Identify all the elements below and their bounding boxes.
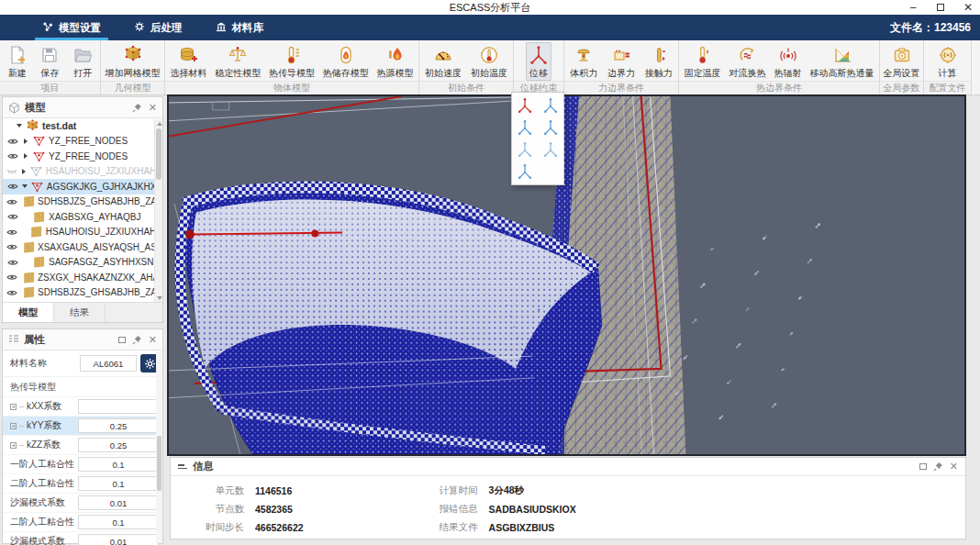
tree-item[interactable]: YZ_FREE_NODES [3, 134, 162, 150]
toolbar-button-热传导模型[interactable]: 热传导模型 [267, 42, 317, 81]
tree-item[interactable]: SAGFASGZ_ASYHHXSN [3, 255, 162, 271]
tree-tab-模型[interactable]: 模型 [3, 303, 54, 322]
property-value-input[interactable] [78, 399, 159, 414]
scrollbar-thumb[interactable] [157, 436, 161, 491]
triad-option-2[interactable] [538, 95, 563, 117]
toolbar-button-初始温度[interactable]: 初始温度 [469, 42, 509, 81]
toolbar-button-增加网格模型[interactable]: 增加网格模型 [104, 42, 162, 81]
property-value-input[interactable] [78, 515, 159, 529]
tree-tab-结果[interactable]: 结果 [54, 303, 106, 322]
toolbar-button-新建[interactable]: 新建 [5, 42, 30, 81]
chevron-right-icon[interactable] [22, 139, 29, 144]
eye-open-icon[interactable] [6, 138, 19, 145]
toolbar-button-全局设置[interactable]: 全局设置 [882, 42, 922, 81]
eye-open-icon[interactable] [6, 289, 17, 296]
displacement-dropdown [511, 92, 564, 185]
eye-open-icon[interactable] [6, 152, 19, 160]
toolbar-button-移动高斯热通量[interactable]: 移动高斯热通量 [808, 42, 876, 81]
tree-item[interactable]: SDHSBJZS_GHSABJHB_ZAHU [3, 195, 162, 210]
eye-open-icon[interactable] [6, 198, 17, 206]
property-value-input[interactable] [78, 495, 159, 510]
toolbar-button-初始速度[interactable]: 初始速度 [423, 42, 463, 81]
close-icon[interactable]: ✕ [149, 334, 157, 346]
triad-option-5[interactable] [512, 139, 538, 161]
expand-box-icon[interactable] [10, 442, 17, 449]
triad-option-4[interactable] [538, 117, 563, 139]
fixed-temperature-icon [692, 44, 714, 66]
scrollbar-thumb[interactable] [156, 128, 161, 180]
toolbar-button-热储存模型[interactable]: 热储存模型 [321, 42, 371, 81]
property-value-input[interactable] [78, 418, 159, 433]
pin-icon[interactable] [933, 462, 943, 472]
heat-storage-icon [335, 44, 357, 66]
toolbar-button-计算[interactable]: 计算 [935, 42, 961, 81]
triad-option-7[interactable] [512, 161, 538, 183]
tree-item[interactable]: AGSGKJKG_GJHXAJKHXA [3, 179, 162, 195]
tab-后处理[interactable]: 后处理 [117, 15, 199, 40]
chevron-down-icon[interactable] [21, 184, 28, 188]
triad-option-6[interactable] [538, 139, 563, 161]
tree-scrollbar[interactable] [154, 119, 162, 303]
tree-root-item[interactable]: test.dat [3, 118, 162, 134]
eye-open-icon[interactable] [6, 213, 19, 220]
chevron-right-icon[interactable] [21, 169, 28, 174]
tab-材料库[interactable]: 材料库 [199, 15, 281, 40]
property-row: 一阶人工粘合性 [3, 454, 162, 473]
tree-item[interactable]: HSAUHOISU_JZXIUXHAHX [3, 164, 162, 180]
tree-item[interactable]: XSAXGAUS_AISYAQSH_ASHX [3, 239, 162, 255]
toolbar-button-热辐射[interactable]: 热辐射 [773, 42, 804, 81]
tree-item[interactable]: ZSXGX_HSAKAZNZXK_AHASX [3, 270, 162, 285]
pin-icon[interactable] [132, 103, 142, 113]
properties-scrollbar[interactable] [156, 351, 162, 543]
eye-open-icon[interactable] [6, 228, 18, 236]
toolbar-button-接触力[interactable]: 接触力 [643, 42, 674, 81]
expand-box-icon[interactable] [10, 404, 17, 410]
maximize-icon[interactable] [919, 463, 927, 470]
property-value-input[interactable] [78, 534, 159, 545]
property-value-input[interactable] [78, 457, 159, 472]
tree-item[interactable]: XAGBSXG_AYHAQBJ [3, 209, 162, 225]
toolbar-button-边界力[interactable]: 边界力 [606, 42, 637, 81]
maximize-icon[interactable] [118, 337, 126, 343]
eye-open-icon[interactable] [6, 243, 17, 250]
close-icon[interactable]: ✕ [950, 461, 958, 473]
viewport-canvas[interactable] [167, 95, 966, 456]
info-field-label: 节点数 [180, 503, 244, 516]
close-icon[interactable]: ✕ [149, 102, 157, 114]
material-name-input[interactable] [80, 355, 137, 372]
eye-open-icon[interactable] [6, 259, 19, 266]
tab-模型设置[interactable]: 模型设置 [26, 15, 117, 40]
info-panel: 信息 ✕ 单元数1146516节点数4582365时间步长466526622计算… [170, 457, 966, 539]
eye-closed-icon[interactable] [6, 168, 18, 175]
restore-button[interactable] [934, 1, 947, 14]
property-value-input[interactable] [78, 476, 159, 491]
toolbar-button-体积力[interactable]: 体积力 [568, 42, 599, 81]
title-bar: ESCASS分析平台 – ✕ [0, 0, 980, 15]
toolbar-button-稳定性模型[interactable]: 稳定性模型 [213, 42, 262, 81]
close-button[interactable]: ✕ [962, 1, 974, 14]
tree-item[interactable]: YZ_FREE_NODES [3, 149, 162, 164]
eye-open-icon[interactable] [6, 183, 18, 190]
expand-box-icon[interactable] [10, 423, 17, 429]
toolbar-button-选择材料[interactable]: 选择材料 [168, 42, 208, 81]
minimize-button[interactable]: – [907, 1, 919, 14]
eye-open-icon[interactable] [6, 273, 17, 281]
toolbar-group-label: 几何模型 [101, 81, 164, 95]
tree-item[interactable]: HSAUHOISU_JZXIUXHAHX [3, 225, 162, 240]
toolbar-group-label: 热边界条件 [679, 81, 879, 95]
chevron-down-icon[interactable] [16, 124, 23, 128]
toolbar-button-固定温度[interactable]: 固定温度 [683, 42, 723, 81]
tree-item[interactable]: SDHSBJZS_GHSABJHB_ZAHU [3, 285, 162, 301]
triad-option-3[interactable] [512, 117, 538, 139]
chevron-right-icon[interactable] [22, 153, 29, 159]
toolbar-button-位移[interactable]: 位移 [526, 42, 551, 81]
toolbar-button-保存[interactable]: 保存 [37, 42, 62, 81]
toolbar-button-对流换热[interactable]: 对流换热 [728, 42, 768, 81]
toolbar-button-热源模型[interactable]: 热源模型 [375, 42, 416, 81]
pin-icon[interactable] [132, 335, 142, 345]
toolbar-button-label: 初始温度 [471, 67, 507, 80]
toolbar-button-label: 接触力 [645, 67, 673, 80]
triad-option-1[interactable] [512, 95, 538, 117]
toolbar-button-打开[interactable]: 打开 [70, 42, 95, 81]
property-value-input[interactable] [78, 438, 159, 452]
